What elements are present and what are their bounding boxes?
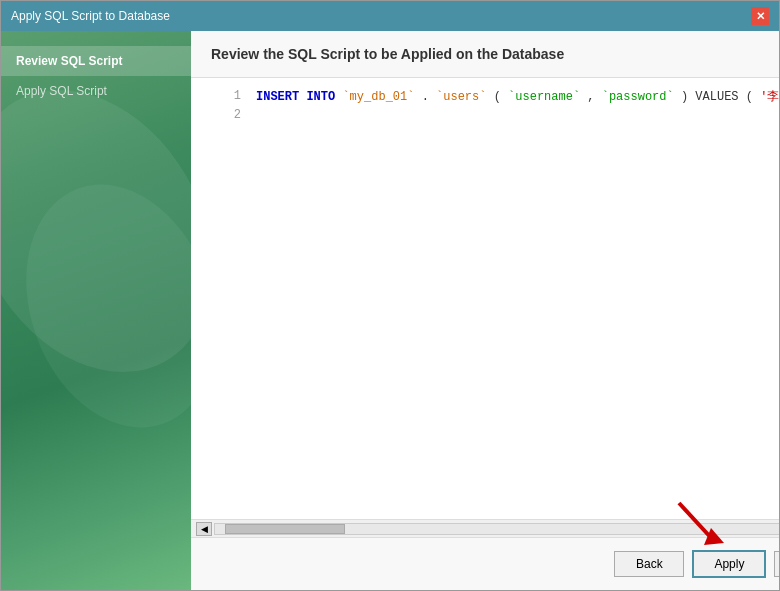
col-username: `username` (508, 90, 580, 104)
line-number-1: 1 (211, 88, 241, 103)
keyword-insert: INSERT INTO (256, 90, 335, 104)
back-button[interactable]: Back (614, 551, 684, 577)
sidebar-item-review-sql[interactable]: Review SQL Script (1, 46, 191, 76)
code-line-1: 1 INSERT INTO `my_db_01` . `users` ( `us… (211, 88, 779, 105)
apply-button[interactable]: Apply (692, 550, 766, 578)
paren-open: ( (494, 90, 501, 104)
sidebar-item-apply-sql[interactable]: Apply SQL Script (1, 76, 191, 106)
panel-header: Review the SQL Script to be Applied on t… (191, 31, 779, 78)
col-password: `password` (602, 90, 674, 104)
scroll-track[interactable] (214, 523, 779, 535)
db-name: `my_db_01` (342, 90, 414, 104)
close-button[interactable]: ✕ (751, 7, 769, 25)
code-line-2: 2 (211, 107, 779, 122)
comma: , (587, 90, 601, 104)
window-title: Apply SQL Script to Database (11, 9, 170, 23)
scroll-thumb[interactable] (225, 524, 345, 534)
code-content-1: INSERT INTO `my_db_01` . `users` ( `user… (256, 88, 779, 105)
dot: . (422, 90, 429, 104)
main-window: Apply SQL Script to Database ✕ Review SQ… (0, 0, 780, 591)
main-content: Review SQL Script Apply SQL Script Revie… (1, 31, 779, 590)
sidebar: Review SQL Script Apply SQL Script (1, 31, 191, 590)
line-number-2: 2 (211, 107, 241, 122)
table-name: `users` (436, 90, 486, 104)
title-bar: Apply SQL Script to Database ✕ (1, 1, 779, 31)
panel-title: Review the SQL Script to be Applied on t… (211, 46, 779, 62)
cancel-button[interactable]: Cancel (774, 551, 779, 577)
horizontal-scrollbar[interactable]: ◀ ▶ (191, 519, 779, 537)
right-panel: Review the SQL Script to be Applied on t… (191, 31, 779, 590)
values-kw: ) VALUES ( (681, 90, 753, 104)
val-username: '李二炮' (760, 90, 779, 104)
footer: Back Apply Cancel (191, 537, 779, 590)
code-area: 1 INSERT INTO `my_db_01` . `users` ( `us… (191, 78, 779, 519)
scroll-left-button[interactable]: ◀ (196, 522, 212, 536)
